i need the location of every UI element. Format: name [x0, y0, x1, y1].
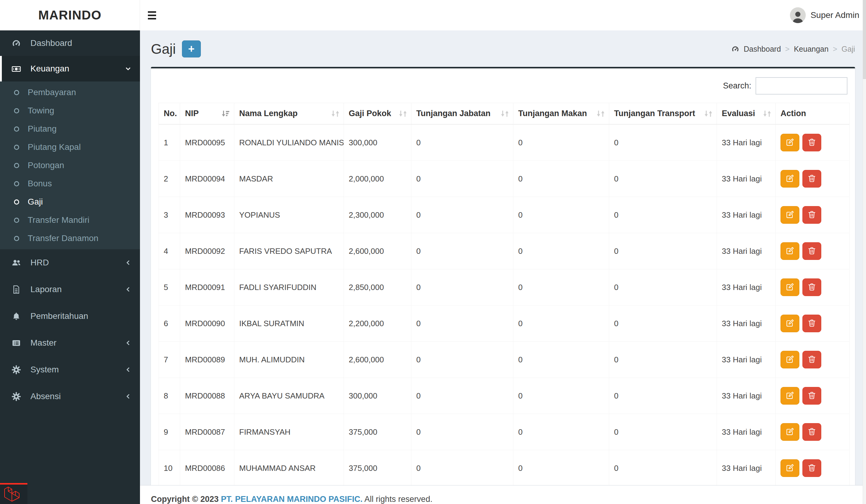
- sidebar-subitem[interactable]: Towing: [0, 102, 140, 120]
- sort-icon: [596, 110, 605, 117]
- cell-nama-lengkap: MASDAR: [234, 161, 344, 197]
- sidebar-item-master[interactable]: Master: [0, 330, 140, 356]
- cell-evaluasi: 33 Hari lagi: [717, 161, 776, 197]
- sidebar-subitem[interactable]: Piutang Kapal: [0, 138, 140, 156]
- cell-gaji-pokok: 2,200,000: [344, 306, 411, 342]
- sidebar-subitem-label: Transfer Danamon: [28, 233, 98, 243]
- edit-button[interactable]: [780, 242, 799, 260]
- gaji-panel: Search: No. NIP Nama Lengkap: [151, 67, 855, 504]
- delete-button[interactable]: [802, 170, 821, 187]
- sidebar-subitem[interactable]: Potongan: [0, 156, 140, 174]
- sidebar-subitem[interactable]: Transfer Mandiri: [0, 211, 140, 229]
- trash-icon: [807, 319, 817, 329]
- delete-button[interactable]: [802, 278, 821, 296]
- sidebar-item-label: Absensi: [31, 391, 61, 401]
- sidebar-item-pemberitahuan[interactable]: Pemberitahuan: [0, 303, 140, 330]
- edit-button[interactable]: [780, 278, 799, 296]
- sidebar-item-laporan[interactable]: Laporan: [0, 276, 140, 303]
- add-button[interactable]: +: [182, 41, 201, 57]
- circle-icon: [14, 218, 19, 223]
- scrollbar-thumb[interactable]: [863, 0, 866, 79]
- circle-icon: [14, 108, 19, 113]
- chevron-left-icon: [125, 286, 132, 293]
- edit-button[interactable]: [780, 423, 799, 441]
- cell-nip: MRD00091: [180, 269, 234, 306]
- edit-button[interactable]: [780, 351, 799, 368]
- delete-button[interactable]: [802, 314, 821, 332]
- delete-button[interactable]: [802, 387, 821, 404]
- cell-action: [776, 306, 850, 342]
- delete-button[interactable]: [802, 242, 821, 260]
- cell-nip: MRD00086: [180, 450, 234, 486]
- sidebar-item-dashboard[interactable]: Dashboard: [0, 31, 140, 56]
- brand-logo[interactable]: MARINDO: [0, 0, 140, 31]
- column-gaji-pokok[interactable]: Gaji Pokok: [344, 103, 411, 125]
- column-nama-lengkap[interactable]: Nama Lengkap: [234, 103, 344, 125]
- edit-button[interactable]: [780, 170, 799, 187]
- cell-nip: MRD00087: [180, 414, 234, 450]
- edit-button[interactable]: [780, 314, 799, 332]
- cell-no: 8: [159, 378, 180, 414]
- debugbar-toggle[interactable]: [0, 483, 27, 504]
- sidebar-subitem[interactable]: Piutang: [0, 120, 140, 138]
- cell-evaluasi: 33 Hari lagi: [717, 124, 776, 161]
- footer-company-link[interactable]: PT. PELAYARAN MARINDO PASIFIC.: [221, 495, 363, 504]
- sidebar-subitem[interactable]: Gaji: [0, 193, 140, 211]
- cell-nip: MRD00088: [180, 378, 234, 414]
- column-evaluasi[interactable]: Evaluasi: [717, 103, 776, 125]
- breadcrumb-dashboard[interactable]: Dashboard: [744, 45, 781, 54]
- cell-no: 9: [159, 414, 180, 450]
- sidebar-toggle-button[interactable]: [147, 7, 163, 23]
- scrollbar[interactable]: [863, 0, 866, 504]
- sidebar-subitem[interactable]: Pembayaran: [0, 83, 140, 102]
- cell-tunjangan-transport: 0: [609, 342, 717, 378]
- edit-button[interactable]: [780, 206, 799, 224]
- delete-button[interactable]: [802, 351, 821, 368]
- sidebar-subitem[interactable]: Transfer Danamon: [0, 229, 140, 248]
- delete-button[interactable]: [802, 206, 821, 224]
- cell-no: 6: [159, 306, 180, 342]
- sidebar-item-label: HRD: [31, 258, 49, 267]
- sidebar-item-hrd[interactable]: HRD: [0, 249, 140, 276]
- cell-nama-lengkap: FARIS VREDO SAPUTRA: [234, 233, 344, 269]
- circle-icon: [14, 236, 19, 241]
- sidebar-subitem[interactable]: Bonus: [0, 174, 140, 193]
- cell-action: [776, 378, 850, 414]
- cell-no: 5: [159, 269, 180, 306]
- sidebar-item-absensi[interactable]: Absensi: [0, 383, 140, 410]
- column-nip[interactable]: NIP: [180, 103, 234, 125]
- chevron-left-icon: [125, 366, 132, 373]
- trash-icon: [807, 463, 817, 473]
- sidebar-item-keuangan[interactable]: Keuangan: [0, 56, 140, 81]
- edit-button[interactable]: [780, 134, 799, 151]
- table-row: 4 MRD00092 FARIS VREDO SAPUTRA 2,600,000…: [159, 233, 850, 269]
- users-icon: [12, 258, 25, 267]
- table-body: 1 MRD00095 RONALDI YULIANDO MANIS 300,00…: [159, 124, 850, 486]
- cell-tunjangan-transport: 0: [609, 269, 717, 306]
- edit-button[interactable]: [780, 387, 799, 404]
- cell-gaji-pokok: 2,600,000: [344, 342, 411, 378]
- page-title: Gaji: [151, 41, 176, 57]
- delete-button[interactable]: [802, 459, 821, 477]
- content-header: Gaji + Dashboard > Keuangan > Gaji: [151, 40, 855, 58]
- breadcrumb-keuangan[interactable]: Keuangan: [794, 45, 829, 54]
- cell-tunjangan-transport: 0: [609, 233, 717, 269]
- delete-button[interactable]: [802, 423, 821, 441]
- edit-button[interactable]: [780, 459, 799, 477]
- sidebar-item-system[interactable]: System: [0, 356, 140, 383]
- cell-nama-lengkap: ARYA BAYU SAMUDRA: [234, 378, 344, 414]
- sidebar-subitem-label: Transfer Mandiri: [28, 215, 89, 225]
- cell-tunjangan-makan: 0: [513, 306, 609, 342]
- column-tunjangan-transport[interactable]: Tunjangan Transport: [609, 103, 717, 125]
- cell-gaji-pokok: 2,300,000: [344, 197, 411, 233]
- search-label: Search:: [723, 81, 751, 91]
- column-tunjangan-jabatan[interactable]: Tunjangan Jabatan: [411, 103, 513, 125]
- search-input[interactable]: [756, 77, 847, 94]
- cell-tunjangan-jabatan: 0: [411, 197, 513, 233]
- user-menu[interactable]: Super Admin: [790, 0, 859, 31]
- delete-button[interactable]: [802, 134, 821, 151]
- column-tunjangan-makan[interactable]: Tunjangan Makan: [513, 103, 609, 125]
- keuangan-submenu: Pembayaran Towing Piutang Piutang Kapal: [0, 81, 140, 249]
- column-no: No.: [159, 103, 180, 125]
- cell-evaluasi: 33 Hari lagi: [717, 450, 776, 486]
